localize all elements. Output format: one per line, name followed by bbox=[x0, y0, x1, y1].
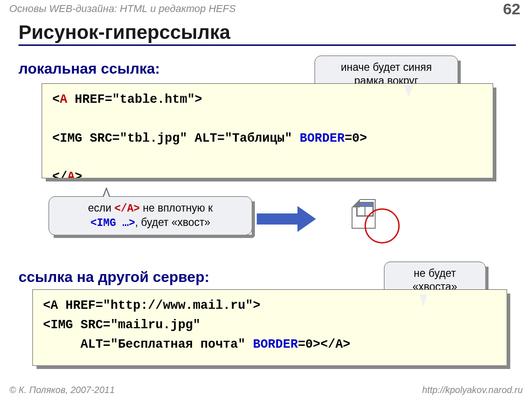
section-remote-link: ссылка на другой сервер: bbox=[19, 269, 210, 286]
callout-tail: если </A> не вплотную к <IMG …>, будет «… bbox=[49, 196, 252, 235]
code-inline: </A> bbox=[114, 203, 140, 215]
code-tag-a: A bbox=[60, 93, 67, 106]
code-text: </A> bbox=[321, 338, 351, 351]
code-text: </ bbox=[52, 170, 67, 184]
code-text: ALT="Бесплатная почта" bbox=[43, 338, 253, 351]
callout-pointer-fill-icon bbox=[404, 85, 413, 97]
code-text: > bbox=[75, 170, 82, 184]
code-border-attr: BORDER bbox=[253, 338, 298, 351]
code-border-attr: BORDER bbox=[300, 131, 345, 145]
footer-url: http://kpolyakov.narod.ru bbox=[422, 385, 523, 395]
callout-text: если bbox=[88, 202, 114, 214]
callout-pointer-fill-icon bbox=[420, 294, 427, 307]
footer-author: © К. Поляков, 2007-2011 bbox=[9, 385, 115, 395]
code-text: <A HREF="http://www.mail.ru"> bbox=[43, 299, 260, 312]
slide-title: Рисунок-гиперссылка bbox=[19, 21, 516, 46]
arrow-icon bbox=[257, 206, 316, 232]
code-text: <IMG SRC="mailru.jpg" bbox=[43, 318, 200, 332]
code-text: < bbox=[52, 93, 60, 106]
code-text: =0> bbox=[298, 338, 321, 351]
code-text: HREF="table.htm"> bbox=[67, 93, 202, 106]
code-inline: <IMG …> bbox=[90, 217, 135, 229]
callout-pointer-fill-icon bbox=[103, 189, 110, 200]
callout-text: не вплотную к bbox=[140, 202, 212, 214]
code-block-remote: <A HREF="http://www.mail.ru"> <IMG SRC="… bbox=[32, 289, 507, 366]
highlight-circle-icon bbox=[365, 208, 400, 244]
footer-text: К. Поляков, 2007-2011 bbox=[19, 385, 115, 395]
callout-text: , будет «хвост» bbox=[135, 216, 210, 228]
code-text: <IMG SRC="tbl.jpg" ALT="Таблицы" bbox=[52, 131, 300, 145]
doc-header: Основы WEB-дизайна: HTML и редактор HEFS bbox=[9, 3, 236, 15]
code-text: =0> bbox=[345, 131, 367, 145]
code-block-local: <A HREF="table.htm"> <IMG SRC="tbl.jpg" … bbox=[42, 83, 493, 178]
page-number: 62 bbox=[503, 0, 520, 18]
section-local-link: локальная ссылка: bbox=[19, 60, 160, 77]
code-tag-a-close: A bbox=[67, 170, 74, 184]
